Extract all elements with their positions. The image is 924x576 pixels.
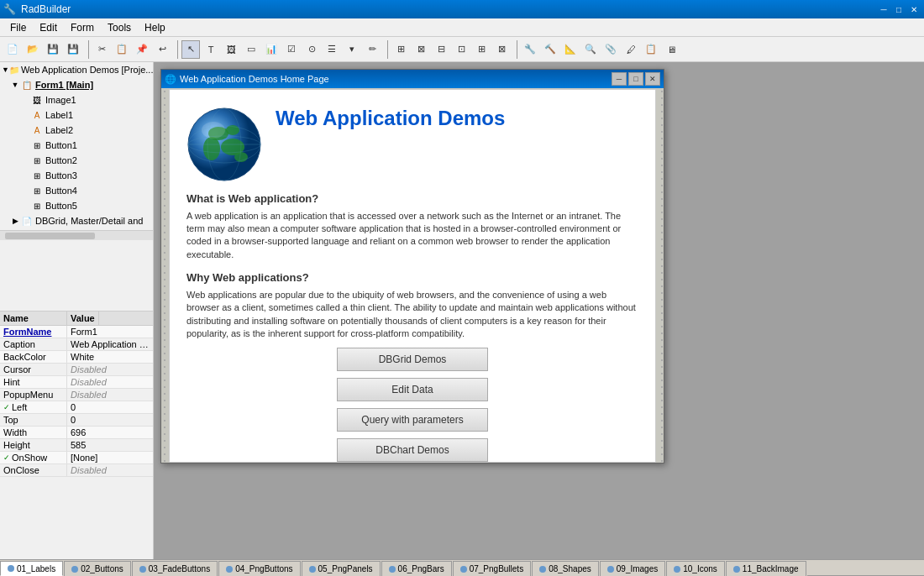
prop-row-top[interactable]: Top 0 bbox=[0, 414, 153, 427]
toolbar-undo[interactable]: ↩ bbox=[153, 40, 171, 59]
prop-value-top[interactable]: 0 bbox=[67, 414, 153, 426]
prop-value-popupmenu[interactable]: Disabled bbox=[67, 389, 153, 401]
toolbar-new[interactable]: 📄 bbox=[3, 40, 22, 59]
prop-row-width[interactable]: Width 696 bbox=[0, 427, 153, 439]
tab-08-shapes[interactable]: 08_Shapes bbox=[532, 561, 599, 576]
prop-value-hint[interactable]: Disabled bbox=[67, 376, 153, 388]
toolbar-extra7[interactable]: 📋 bbox=[642, 40, 660, 59]
tree-expand-form1[interactable]: ▼ bbox=[10, 81, 20, 89]
tree-button4[interactable]: ⊞ Button4 bbox=[0, 183, 153, 198]
tree-button1[interactable]: ⊞ Button1 bbox=[0, 138, 153, 153]
prop-row-cursor[interactable]: Cursor Disabled bbox=[0, 364, 153, 376]
menu-help[interactable]: Help bbox=[138, 20, 172, 35]
tree-scroll[interactable]: ▼ 📁 Web Application Demos [Proje... ▼ 📋 … bbox=[0, 62, 153, 230]
tree-expand-root[interactable]: ▼ bbox=[2, 65, 9, 74]
toolbar-db2[interactable]: ⊠ bbox=[412, 40, 430, 59]
edit-data-button[interactable]: Edit Data bbox=[337, 378, 488, 401]
prop-value-height[interactable]: 585 bbox=[67, 439, 153, 451]
tab-04-png[interactable]: 04_PngButtons bbox=[218, 561, 300, 576]
prop-row-onshow[interactable]: ✓ OnShow [None] bbox=[0, 452, 153, 464]
toolbar-chart[interactable]: 📊 bbox=[262, 40, 281, 59]
toolbar-pointer[interactable]: ↖ bbox=[181, 40, 200, 59]
dbgrid-demos-button[interactable]: DBGrid Demos bbox=[337, 348, 488, 371]
prop-value-caption[interactable]: Web Application Dem bbox=[67, 338, 153, 350]
tree-button3[interactable]: ⊞ Button3 bbox=[0, 168, 153, 183]
dbchart-demos-button[interactable]: DBChart Demos bbox=[337, 438, 488, 462]
tab-03-fade[interactable]: 03_FadeButtons bbox=[132, 561, 218, 576]
prop-row-height[interactable]: Height 585 bbox=[0, 439, 153, 452]
toolbar-extra5[interactable]: 📎 bbox=[601, 40, 620, 59]
tab-06-bars[interactable]: 06_PngBars bbox=[381, 561, 452, 576]
toolbar-paste[interactable]: 📌 bbox=[133, 40, 151, 59]
toolbar-db5[interactable]: ⊞ bbox=[472, 40, 491, 59]
form-close-btn[interactable]: ✕ bbox=[645, 72, 660, 86]
toolbar-save[interactable]: 💾 bbox=[44, 40, 62, 59]
tree-button2[interactable]: ⊞ Button2 bbox=[0, 153, 153, 168]
tree-hscroll[interactable] bbox=[0, 230, 153, 240]
prop-name-top: Top bbox=[0, 414, 67, 426]
tree-dbgrid[interactable]: ▶ 📄 DBGrid, Master/Detail and bbox=[0, 213, 153, 228]
toolbar-db6[interactable]: ⊠ bbox=[492, 40, 511, 59]
tree-image1[interactable]: 🖼 Image1 bbox=[0, 92, 153, 107]
prop-value-onshow[interactable]: [None] bbox=[67, 452, 153, 463]
toolbar-edit[interactable]: ✏ bbox=[363, 40, 381, 59]
tab-01-labels[interactable]: 01_Labels bbox=[0, 561, 63, 576]
prop-value-width[interactable]: 696 bbox=[67, 427, 153, 438]
toolbar-copy[interactable]: 📋 bbox=[113, 40, 131, 59]
prop-row-left[interactable]: ✓ Left 0 bbox=[0, 401, 153, 414]
toolbar-extra1[interactable]: 🔧 bbox=[521, 40, 539, 59]
tab-02-buttons[interactable]: 02_Buttons bbox=[64, 561, 131, 576]
toolbar-combo[interactable]: ▾ bbox=[343, 40, 361, 59]
tree-button5[interactable]: ⊞ Button5 bbox=[0, 198, 153, 213]
menu-edit[interactable]: Edit bbox=[33, 20, 64, 35]
toolbar-check[interactable]: ☑ bbox=[282, 40, 301, 59]
toolbar-open[interactable]: 📂 bbox=[24, 40, 42, 59]
close-button[interactable]: ✕ bbox=[907, 3, 921, 16]
tree-form1[interactable]: ▼ 📋 Form1 [Main] bbox=[0, 77, 153, 92]
prop-row-hint[interactable]: Hint Disabled bbox=[0, 376, 153, 389]
prop-value-left[interactable]: 0 bbox=[67, 401, 153, 413]
toolbar-db1[interactable]: ⊞ bbox=[391, 40, 410, 59]
toolbar-image[interactable]: 🖼 bbox=[222, 40, 240, 59]
tree-expand-dbgrid[interactable]: ▶ bbox=[10, 217, 20, 225]
tab-05-panels[interactable]: 05_PngPanels bbox=[302, 561, 381, 576]
prop-row-formname[interactable]: FormName Form1 bbox=[0, 326, 153, 338]
form-minimize-btn[interactable]: ─ bbox=[612, 72, 627, 86]
toolbar-text[interactable]: T bbox=[202, 40, 220, 59]
menu-form[interactable]: Form bbox=[64, 20, 101, 35]
prop-value-backcolor[interactable]: White bbox=[67, 351, 153, 363]
label-icon: A bbox=[30, 108, 44, 122]
toolbar-db3[interactable]: ⊟ bbox=[432, 40, 450, 59]
query-parameters-button[interactable]: Query with parameters bbox=[337, 408, 488, 432]
toolbar-extra3[interactable]: 📐 bbox=[561, 40, 580, 59]
menu-tools[interactable]: Tools bbox=[101, 20, 138, 35]
tab-09-images[interactable]: 09_Images bbox=[600, 561, 665, 576]
tab-10-icons[interactable]: 10_Icons bbox=[666, 561, 725, 576]
toolbar-extra8[interactable]: 🖥 bbox=[662, 40, 680, 59]
prop-row-caption[interactable]: Caption Web Application Dem bbox=[0, 338, 153, 351]
toolbar-extra4[interactable]: 🔍 bbox=[581, 40, 600, 59]
toolbar-cut[interactable]: ✂ bbox=[92, 40, 111, 59]
toolbar-extra2[interactable]: 🔨 bbox=[541, 40, 559, 59]
maximize-button[interactable]: □ bbox=[892, 3, 906, 16]
tab-07-bullets[interactable]: 07_PngBullets bbox=[453, 561, 532, 576]
prop-row-popupmenu[interactable]: PopupMenu Disabled bbox=[0, 389, 153, 401]
toolbar-list[interactable]: ☰ bbox=[323, 40, 341, 59]
prop-value-cursor[interactable]: Disabled bbox=[67, 364, 153, 375]
prop-value-onclose[interactable]: Disabled bbox=[67, 464, 153, 476]
prop-row-backcolor[interactable]: BackColor White bbox=[0, 351, 153, 364]
toolbar-shape[interactable]: ▭ bbox=[242, 40, 260, 59]
menu-file[interactable]: File bbox=[3, 20, 33, 35]
prop-row-onclose[interactable]: OnClose Disabled bbox=[0, 464, 153, 477]
tab-11-back[interactable]: 11_BackImage bbox=[726, 561, 806, 576]
tree-label1[interactable]: A Label1 bbox=[0, 107, 153, 123]
tree-label2[interactable]: A Label2 bbox=[0, 123, 153, 138]
form-maximize-btn[interactable]: □ bbox=[628, 72, 643, 86]
toolbar-db4[interactable]: ⊡ bbox=[452, 40, 470, 59]
toolbar-save2[interactable]: 💾 bbox=[64, 40, 82, 59]
toolbar-extra6[interactable]: 🖊 bbox=[622, 40, 640, 59]
toolbar-radio[interactable]: ⊙ bbox=[302, 40, 321, 59]
minimize-button[interactable]: ─ bbox=[877, 3, 890, 16]
prop-value-formname[interactable]: Form1 bbox=[67, 326, 153, 338]
tree-root[interactable]: ▼ 📁 Web Application Demos [Proje... bbox=[0, 62, 153, 77]
